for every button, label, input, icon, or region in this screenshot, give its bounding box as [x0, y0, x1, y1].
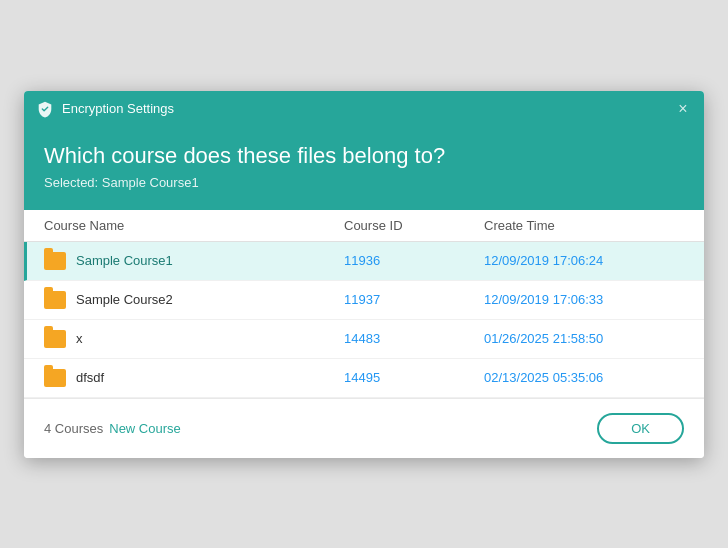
- dialog-title: Encryption Settings: [62, 101, 674, 116]
- shield-icon: [36, 100, 54, 118]
- course-name-cell: Sample Course1: [44, 252, 344, 270]
- course-id-cell: 14495: [344, 370, 484, 385]
- new-course-link[interactable]: New Course: [109, 421, 181, 436]
- dialog-header: Which course does these files belong to?…: [24, 127, 704, 210]
- create-time-cell: 12/09/2019 17:06:24: [484, 253, 684, 268]
- ok-button[interactable]: OK: [597, 413, 684, 444]
- table-row[interactable]: x 14483 01/26/2025 21:58:50: [24, 320, 704, 359]
- course-name-text: x: [76, 331, 83, 346]
- folder-icon: [44, 330, 66, 348]
- encryption-dialog: Encryption Settings × Which course does …: [24, 91, 704, 458]
- course-name-cell: x: [44, 330, 344, 348]
- course-name-cell: Sample Course2: [44, 291, 344, 309]
- course-name-cell: dfsdf: [44, 369, 344, 387]
- course-id-cell: 14483: [344, 331, 484, 346]
- title-bar: Encryption Settings ×: [24, 91, 704, 127]
- table-header: Course Name Course ID Create Time: [24, 210, 704, 242]
- course-name-text: Sample Course1: [76, 253, 173, 268]
- table-section: Sample Course1 11936 12/09/2019 17:06:24…: [24, 242, 704, 398]
- course-name-text: Sample Course2: [76, 292, 173, 307]
- table-row[interactable]: dfsdf 14495 02/13/2025 05:35:06: [24, 359, 704, 398]
- course-name-text: dfsdf: [76, 370, 104, 385]
- table-body: Sample Course1 11936 12/09/2019 17:06:24…: [24, 242, 704, 398]
- create-time-cell: 12/09/2019 17:06:33: [484, 292, 684, 307]
- footer: 4 Courses New Course OK: [24, 398, 704, 458]
- col-course-name: Course Name: [44, 218, 344, 233]
- header-question: Which course does these files belong to?: [44, 143, 684, 169]
- folder-icon: [44, 369, 66, 387]
- table-row[interactable]: Sample Course1 11936 12/09/2019 17:06:24: [24, 242, 704, 281]
- table-row[interactable]: Sample Course2 11937 12/09/2019 17:06:33: [24, 281, 704, 320]
- folder-icon: [44, 252, 66, 270]
- col-create-time: Create Time: [484, 218, 684, 233]
- course-count: 4 Courses: [44, 421, 103, 436]
- course-id-cell: 11937: [344, 292, 484, 307]
- folder-icon: [44, 291, 66, 309]
- course-id-cell: 11936: [344, 253, 484, 268]
- create-time-cell: 01/26/2025 21:58:50: [484, 331, 684, 346]
- create-time-cell: 02/13/2025 05:35:06: [484, 370, 684, 385]
- header-selected: Selected: Sample Course1: [44, 175, 684, 190]
- col-course-id: Course ID: [344, 218, 484, 233]
- close-button[interactable]: ×: [674, 100, 692, 118]
